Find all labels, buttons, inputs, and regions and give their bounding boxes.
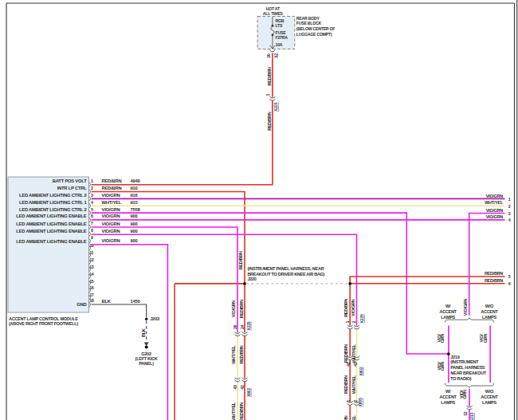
svg-text:13: 13 — [89, 265, 94, 269]
svg-text:NEAR BREAKOUT: NEAR BREAKOUT — [450, 371, 487, 375]
svg-text:WHT/YEL: WHT/YEL — [231, 402, 236, 420]
svg-text:X605: X605 — [358, 398, 363, 406]
svg-text:BLK: BLK — [141, 328, 146, 337]
svg-text:PANEL HARNESS: PANEL HARNESS — [450, 365, 485, 370]
svg-text:3: 3 — [508, 211, 511, 216]
svg-text:12: 12 — [463, 411, 468, 416]
svg-text:G202: G202 — [141, 351, 151, 356]
svg-text:9: 9 — [91, 235, 93, 240]
svg-text:LAMPS: LAMPS — [482, 400, 496, 405]
svg-text:17: 17 — [89, 292, 94, 297]
svg-text:7: 7 — [91, 221, 93, 226]
svg-text:900: 900 — [131, 238, 138, 243]
svg-text:2: 2 — [353, 400, 358, 402]
svg-text:1: 1 — [346, 400, 351, 402]
svg-text:X602: X602 — [246, 388, 251, 397]
svg-text:VIO/GRN: VIO/GRN — [231, 300, 236, 318]
svg-text:FUSE BLOCK: FUSE BLOCK — [296, 21, 322, 26]
svg-text:3: 3 — [91, 193, 93, 198]
svg-text:VIO/GRN: VIO/GRN — [102, 193, 120, 198]
svg-text:WHT/YEL: WHT/YEL — [231, 345, 236, 364]
svg-text:LED AMBIENT LIGHTING ENABLE: LED AMBIENT LIGHTING ENABLE — [16, 214, 87, 218]
svg-text:BATT POS VOLT: BATT POS VOLT — [53, 179, 87, 183]
svg-text:VIO/GRN: VIO/GRN — [486, 214, 504, 219]
svg-text:42: 42 — [240, 385, 245, 390]
svg-text:916: 916 — [131, 193, 139, 198]
svg-text:LAMPS: LAMPS — [482, 315, 496, 320]
svg-text:TO RADIO): TO RADIO) — [450, 376, 472, 381]
svg-text:X225: X225 — [246, 321, 251, 330]
svg-text:VIO/GRN: VIO/GRN — [102, 229, 120, 234]
svg-text:2: 2 — [91, 186, 93, 190]
svg-text:16: 16 — [89, 285, 94, 290]
svg-text:X2: X2 — [273, 53, 278, 58]
svg-text:4: 4 — [508, 218, 511, 222]
svg-text:LAMPS: LAMPS — [441, 315, 455, 320]
svg-text:11: 11 — [89, 250, 93, 255]
svg-text:RED/BRN: RED/BRN — [238, 251, 243, 269]
svg-text:1: 1 — [345, 321, 350, 324]
svg-text:VIO/GRN: VIO/GRN — [102, 238, 120, 243]
svg-text:5: 5 — [508, 274, 511, 279]
svg-text:1: 1 — [265, 94, 270, 96]
svg-text:20: 20 — [266, 53, 271, 58]
svg-text:J219: J219 — [450, 355, 459, 359]
svg-text:42: 42 — [346, 362, 351, 367]
svg-text:915: 915 — [131, 200, 139, 205]
svg-text:WHT/YEL: WHT/YEL — [351, 343, 356, 363]
svg-text:(INSTRUMENT: (INSTRUMENT — [450, 359, 479, 364]
svg-text:LED AMBIENT LIGHTING ENABLE: LED AMBIENT LIGHTING ENABLE — [16, 229, 87, 234]
svg-text:1: 1 — [91, 179, 93, 183]
svg-text:LED AMBIENT LIGHTING CTRL 2: LED AMBIENT LIGHTING CTRL 2 — [19, 193, 87, 198]
svg-text:1: 1 — [508, 197, 511, 202]
svg-text:RED/BRN: RED/BRN — [267, 112, 272, 130]
svg-text:30: 30 — [233, 324, 237, 329]
svg-text:910: 910 — [131, 186, 138, 190]
svg-text:ALL TIMES: ALL TIMES — [263, 11, 284, 16]
svg-text:6: 6 — [91, 214, 93, 218]
svg-text:J220: J220 — [247, 277, 256, 281]
svg-text:RED/BRN: RED/BRN — [343, 344, 348, 363]
svg-text:WHT/YEL: WHT/YEL — [351, 375, 356, 394]
svg-text:W/O: W/O — [485, 389, 494, 394]
svg-text:WHT/YEL: WHT/YEL — [485, 200, 504, 205]
svg-text:GRN: GRN — [440, 334, 445, 343]
svg-text:10A: 10A — [276, 42, 283, 47]
svg-text:GND: GND — [77, 302, 86, 307]
svg-text:18: 18 — [89, 298, 94, 303]
svg-text:BLK: BLK — [102, 299, 112, 304]
svg-text:VIO/GRN: VIO/GRN — [351, 299, 355, 316]
svg-text:43: 43 — [233, 385, 237, 390]
svg-text:RED/BRN: RED/BRN — [239, 345, 244, 363]
svg-text:8: 8 — [91, 228, 93, 233]
svg-text:2: 2 — [351, 321, 356, 324]
svg-text:(BELOW CENTER OF: (BELOW CENTER OF — [296, 26, 336, 31]
svg-text:4: 4 — [91, 200, 93, 205]
svg-text:43: 43 — [353, 362, 358, 367]
svg-text:BREAKOUT TO DRIVER KNEE AIR BA: BREAKOUT TO DRIVER KNEE AIR BAG) — [247, 272, 324, 277]
svg-text:GRN: GRN — [440, 362, 445, 371]
svg-text:7558: 7558 — [131, 207, 141, 212]
svg-text:GRN: GRN — [462, 390, 467, 399]
svg-text:VIO/GRN: VIO/GRN — [102, 207, 120, 212]
svg-text:PANEL): PANEL) — [139, 361, 154, 366]
svg-text:ACCENT: ACCENT — [439, 394, 457, 399]
svg-text:900: 900 — [131, 214, 138, 218]
svg-text:W/O: W/O — [485, 304, 494, 308]
svg-text:RED/BRN: RED/BRN — [343, 375, 348, 394]
svg-text:1450: 1450 — [131, 299, 140, 304]
svg-text:RED/BRN: RED/BRN — [102, 179, 122, 183]
svg-text:ACCENT: ACCENT — [439, 309, 457, 314]
svg-text:WHT/YEL: WHT/YEL — [102, 200, 122, 205]
svg-text:ACCENT: ACCENT — [481, 309, 498, 314]
svg-text:RED/BRN: RED/BRN — [239, 300, 244, 318]
svg-text:FUSE: FUSE — [276, 30, 287, 35]
svg-text:W/: W/ — [445, 389, 451, 394]
svg-text:12: 12 — [89, 257, 94, 262]
svg-text:(ABOVE RIGHT FRONT FOOTWELL): (ABOVE RIGHT FRONT FOOTWELL) — [9, 321, 78, 326]
svg-text:RED/BRN: RED/BRN — [102, 186, 122, 190]
svg-text:J203: J203 — [151, 316, 159, 321]
svg-text:RED/BRN: RED/BRN — [343, 298, 348, 316]
svg-text:15: 15 — [89, 279, 94, 284]
svg-text:F27RA: F27RA — [276, 35, 288, 40]
